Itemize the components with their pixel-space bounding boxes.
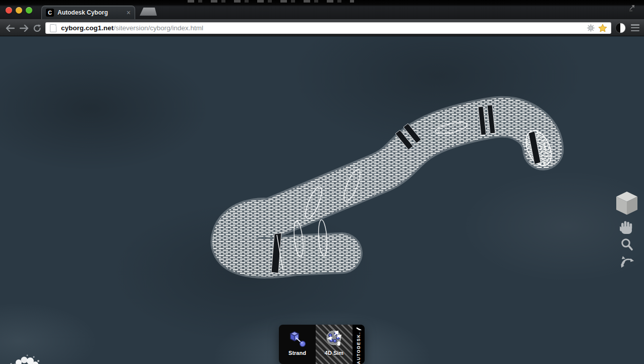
reload-button[interactable] (31, 22, 43, 34)
strand-mode-button[interactable]: Strand (279, 325, 316, 364)
strand-3d-model (0, 36, 644, 364)
browser-window: C Autodesk Cyborg × cyborg.cog1.net/site… (0, 0, 644, 364)
tab-title: Autodesk Cyborg (57, 9, 124, 16)
hand-cursor-icon (335, 340, 342, 347)
url-domain: cyborg.cog1.net (61, 24, 113, 32)
pan-hand-icon[interactable] (620, 220, 634, 238)
url-path: /siteversion/cyborg/index.html (113, 24, 203, 32)
extension-gear-icon[interactable] (587, 24, 595, 32)
fullscreen-arrow-icon[interactable] (628, 3, 637, 12)
forward-button[interactable] (18, 22, 30, 34)
new-tab-button[interactable] (140, 8, 157, 16)
browser-titlebar: C Autodesk Cyborg × (0, 0, 644, 19)
sim-mode-button[interactable]: 4D Sim (316, 325, 353, 364)
viewport-canvas[interactable]: Strand (0, 36, 644, 364)
autodesk-brand-strip: AUTODESK. (353, 325, 365, 364)
bookmark-star-icon[interactable] (598, 24, 607, 32)
autodesk-vertical-label: AUTODESK. (356, 332, 361, 364)
view-cube-icon[interactable] (615, 191, 638, 220)
menu-hamburger-icon[interactable] (631, 24, 639, 31)
cropped-video-text-sliver (188, 0, 354, 3)
tab-close-icon[interactable]: × (127, 9, 131, 16)
strand-label: Strand (288, 350, 306, 356)
sim-label: 4D Sim (325, 350, 343, 356)
particle-c-logo (5, 354, 46, 364)
url-bar[interactable]: cyborg.cog1.net/siteversion/cyborg/index… (45, 22, 611, 34)
browser-tab[interactable]: C Autodesk Cyborg × (41, 6, 135, 19)
orbit-arrows-icon[interactable] (619, 254, 636, 271)
mode-popup: Strand (279, 325, 365, 364)
close-window-button[interactable] (6, 7, 12, 14)
cyborg-c-icon: C (46, 9, 54, 17)
contrast-circle-icon[interactable] (615, 23, 626, 33)
zoom-magnifier-icon[interactable] (621, 238, 634, 254)
minimize-window-button[interactable] (16, 7, 22, 14)
page-document-icon (50, 24, 56, 32)
url-text: cyborg.cog1.net/siteversion/cyborg/index… (61, 24, 582, 32)
back-button[interactable] (4, 22, 16, 34)
strand-cube-node-icon (288, 328, 307, 349)
zoom-window-button[interactable] (26, 7, 32, 14)
autodesk-a-logo (356, 327, 362, 330)
